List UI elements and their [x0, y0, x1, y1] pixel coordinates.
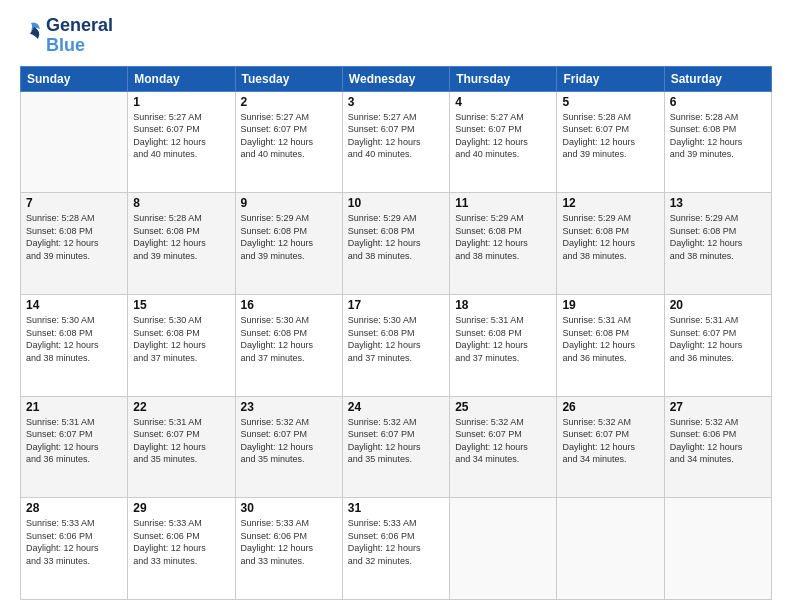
day-number: 30 [241, 501, 337, 515]
calendar-cell: 31Sunrise: 5:33 AM Sunset: 6:06 PM Dayli… [342, 498, 449, 600]
week-row-1: 7Sunrise: 5:28 AM Sunset: 6:08 PM Daylig… [21, 193, 772, 295]
calendar-cell: 17Sunrise: 5:30 AM Sunset: 6:08 PM Dayli… [342, 294, 449, 396]
calendar-cell: 27Sunrise: 5:32 AM Sunset: 6:06 PM Dayli… [664, 396, 771, 498]
day-info: Sunrise: 5:29 AM Sunset: 6:08 PM Dayligh… [455, 212, 551, 262]
day-number: 3 [348, 95, 444, 109]
day-info: Sunrise: 5:29 AM Sunset: 6:08 PM Dayligh… [241, 212, 337, 262]
day-number: 7 [26, 196, 122, 210]
header-row: SundayMondayTuesdayWednesdayThursdayFrid… [21, 66, 772, 91]
day-info: Sunrise: 5:32 AM Sunset: 6:07 PM Dayligh… [241, 416, 337, 466]
day-number: 2 [241, 95, 337, 109]
day-number: 23 [241, 400, 337, 414]
logo-bird-icon [20, 21, 42, 51]
day-info: Sunrise: 5:31 AM Sunset: 6:07 PM Dayligh… [26, 416, 122, 466]
calendar-cell: 2Sunrise: 5:27 AM Sunset: 6:07 PM Daylig… [235, 91, 342, 193]
calendar-cell [664, 498, 771, 600]
day-info: Sunrise: 5:27 AM Sunset: 6:07 PM Dayligh… [348, 111, 444, 161]
calendar-cell: 20Sunrise: 5:31 AM Sunset: 6:07 PM Dayli… [664, 294, 771, 396]
day-number: 5 [562, 95, 658, 109]
calendar-cell: 7Sunrise: 5:28 AM Sunset: 6:08 PM Daylig… [21, 193, 128, 295]
header: General Blue [20, 16, 772, 56]
calendar-cell: 26Sunrise: 5:32 AM Sunset: 6:07 PM Dayli… [557, 396, 664, 498]
day-info: Sunrise: 5:31 AM Sunset: 6:08 PM Dayligh… [562, 314, 658, 364]
day-info: Sunrise: 5:30 AM Sunset: 6:08 PM Dayligh… [26, 314, 122, 364]
calendar-cell: 21Sunrise: 5:31 AM Sunset: 6:07 PM Dayli… [21, 396, 128, 498]
calendar-cell: 3Sunrise: 5:27 AM Sunset: 6:07 PM Daylig… [342, 91, 449, 193]
day-info: Sunrise: 5:30 AM Sunset: 6:08 PM Dayligh… [348, 314, 444, 364]
day-info: Sunrise: 5:28 AM Sunset: 6:07 PM Dayligh… [562, 111, 658, 161]
day-number: 4 [455, 95, 551, 109]
calendar-cell: 28Sunrise: 5:33 AM Sunset: 6:06 PM Dayli… [21, 498, 128, 600]
calendar-cell: 5Sunrise: 5:28 AM Sunset: 6:07 PM Daylig… [557, 91, 664, 193]
day-info: Sunrise: 5:28 AM Sunset: 6:08 PM Dayligh… [670, 111, 766, 161]
day-info: Sunrise: 5:32 AM Sunset: 6:07 PM Dayligh… [455, 416, 551, 466]
day-number: 18 [455, 298, 551, 312]
day-number: 6 [670, 95, 766, 109]
calendar-cell: 30Sunrise: 5:33 AM Sunset: 6:06 PM Dayli… [235, 498, 342, 600]
day-info: Sunrise: 5:28 AM Sunset: 6:08 PM Dayligh… [26, 212, 122, 262]
day-info: Sunrise: 5:27 AM Sunset: 6:07 PM Dayligh… [241, 111, 337, 161]
day-number: 28 [26, 501, 122, 515]
day-number: 24 [348, 400, 444, 414]
day-info: Sunrise: 5:30 AM Sunset: 6:08 PM Dayligh… [241, 314, 337, 364]
week-row-4: 28Sunrise: 5:33 AM Sunset: 6:06 PM Dayli… [21, 498, 772, 600]
calendar-cell: 13Sunrise: 5:29 AM Sunset: 6:08 PM Dayli… [664, 193, 771, 295]
day-info: Sunrise: 5:29 AM Sunset: 6:08 PM Dayligh… [670, 212, 766, 262]
day-number: 16 [241, 298, 337, 312]
day-info: Sunrise: 5:33 AM Sunset: 6:06 PM Dayligh… [241, 517, 337, 567]
day-info: Sunrise: 5:27 AM Sunset: 6:07 PM Dayligh… [455, 111, 551, 161]
day-info: Sunrise: 5:29 AM Sunset: 6:08 PM Dayligh… [562, 212, 658, 262]
calendar-cell: 4Sunrise: 5:27 AM Sunset: 6:07 PM Daylig… [450, 91, 557, 193]
col-header-friday: Friday [557, 66, 664, 91]
calendar-cell: 10Sunrise: 5:29 AM Sunset: 6:08 PM Dayli… [342, 193, 449, 295]
calendar-cell: 15Sunrise: 5:30 AM Sunset: 6:08 PM Dayli… [128, 294, 235, 396]
calendar-cell: 22Sunrise: 5:31 AM Sunset: 6:07 PM Dayli… [128, 396, 235, 498]
calendar-cell [557, 498, 664, 600]
calendar-cell [21, 91, 128, 193]
day-number: 14 [26, 298, 122, 312]
day-number: 25 [455, 400, 551, 414]
week-row-0: 1Sunrise: 5:27 AM Sunset: 6:07 PM Daylig… [21, 91, 772, 193]
col-header-sunday: Sunday [21, 66, 128, 91]
logo-line1: General [46, 16, 113, 36]
day-number: 21 [26, 400, 122, 414]
calendar-cell: 16Sunrise: 5:30 AM Sunset: 6:08 PM Dayli… [235, 294, 342, 396]
logo-line2: Blue [46, 36, 113, 56]
day-info: Sunrise: 5:31 AM Sunset: 6:07 PM Dayligh… [670, 314, 766, 364]
calendar-table: SundayMondayTuesdayWednesdayThursdayFrid… [20, 66, 772, 600]
day-info: Sunrise: 5:31 AM Sunset: 6:08 PM Dayligh… [455, 314, 551, 364]
calendar-cell: 1Sunrise: 5:27 AM Sunset: 6:07 PM Daylig… [128, 91, 235, 193]
calendar-cell: 19Sunrise: 5:31 AM Sunset: 6:08 PM Dayli… [557, 294, 664, 396]
day-info: Sunrise: 5:28 AM Sunset: 6:08 PM Dayligh… [133, 212, 229, 262]
calendar-cell: 29Sunrise: 5:33 AM Sunset: 6:06 PM Dayli… [128, 498, 235, 600]
day-number: 1 [133, 95, 229, 109]
day-info: Sunrise: 5:32 AM Sunset: 6:07 PM Dayligh… [348, 416, 444, 466]
day-number: 12 [562, 196, 658, 210]
calendar-cell: 18Sunrise: 5:31 AM Sunset: 6:08 PM Dayli… [450, 294, 557, 396]
week-row-3: 21Sunrise: 5:31 AM Sunset: 6:07 PM Dayli… [21, 396, 772, 498]
calendar-cell: 23Sunrise: 5:32 AM Sunset: 6:07 PM Dayli… [235, 396, 342, 498]
day-number: 13 [670, 196, 766, 210]
day-number: 29 [133, 501, 229, 515]
day-number: 27 [670, 400, 766, 414]
day-info: Sunrise: 5:27 AM Sunset: 6:07 PM Dayligh… [133, 111, 229, 161]
day-info: Sunrise: 5:33 AM Sunset: 6:06 PM Dayligh… [26, 517, 122, 567]
calendar-cell: 11Sunrise: 5:29 AM Sunset: 6:08 PM Dayli… [450, 193, 557, 295]
col-header-saturday: Saturday [664, 66, 771, 91]
calendar-cell: 24Sunrise: 5:32 AM Sunset: 6:07 PM Dayli… [342, 396, 449, 498]
day-number: 10 [348, 196, 444, 210]
calendar-cell: 25Sunrise: 5:32 AM Sunset: 6:07 PM Dayli… [450, 396, 557, 498]
day-info: Sunrise: 5:32 AM Sunset: 6:06 PM Dayligh… [670, 416, 766, 466]
day-info: Sunrise: 5:29 AM Sunset: 6:08 PM Dayligh… [348, 212, 444, 262]
day-info: Sunrise: 5:33 AM Sunset: 6:06 PM Dayligh… [348, 517, 444, 567]
day-info: Sunrise: 5:31 AM Sunset: 6:07 PM Dayligh… [133, 416, 229, 466]
calendar-cell: 9Sunrise: 5:29 AM Sunset: 6:08 PM Daylig… [235, 193, 342, 295]
week-row-2: 14Sunrise: 5:30 AM Sunset: 6:08 PM Dayli… [21, 294, 772, 396]
calendar-cell: 6Sunrise: 5:28 AM Sunset: 6:08 PM Daylig… [664, 91, 771, 193]
day-number: 22 [133, 400, 229, 414]
day-number: 19 [562, 298, 658, 312]
calendar-cell: 8Sunrise: 5:28 AM Sunset: 6:08 PM Daylig… [128, 193, 235, 295]
day-number: 15 [133, 298, 229, 312]
logo: General Blue [20, 16, 113, 56]
day-number: 17 [348, 298, 444, 312]
